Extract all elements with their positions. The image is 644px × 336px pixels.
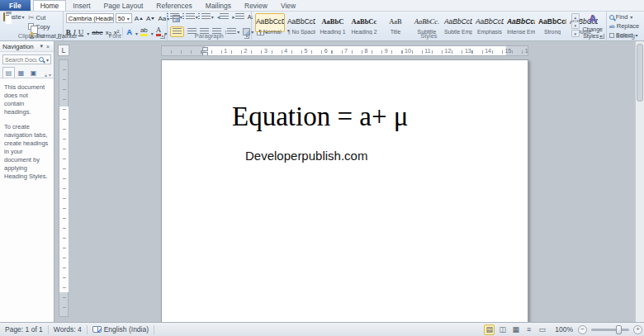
- styles-dialog-launcher-icon[interactable]: [599, 34, 604, 39]
- ruler-number: 9: [385, 48, 388, 54]
- chevron-down-icon[interactable]: ▾: [46, 57, 49, 63]
- tab-insert[interactable]: Insert: [66, 0, 97, 11]
- paragraph-dialog-launcher-icon[interactable]: [244, 34, 249, 39]
- vertical-ruler[interactable]: [59, 59, 69, 317]
- web-layout-view-button[interactable]: ▦: [510, 324, 521, 335]
- styles-scroll-down-icon[interactable]: ▾: [571, 21, 580, 29]
- style-emphasis[interactable]: AaBbCcDd Emphasis: [475, 13, 504, 32]
- word-count[interactable]: Words: 4: [49, 323, 87, 336]
- close-icon[interactable]: ×: [45, 44, 51, 50]
- spellcheck-icon: [92, 326, 102, 333]
- navigation-message: To create navigation tabs, create headin…: [4, 123, 50, 182]
- numbering-button[interactable]: ▾: [186, 13, 198, 21]
- zoom-slider[interactable]: [591, 329, 629, 331]
- style-strong[interactable]: AaBbCcDc Strong: [537, 13, 567, 32]
- ribbon-tab-bar: File Home Insert Page Layout References …: [0, 0, 644, 12]
- print-layout-view-button[interactable]: ▤: [484, 324, 495, 335]
- navigation-pane: Navigation ▾ × ▾ ▤ ▦ ▣ ▴ ▾ This document…: [0, 41, 54, 322]
- tab-home[interactable]: Home: [33, 0, 67, 11]
- multilevel-list-icon: [201, 13, 211, 21]
- search-input[interactable]: [5, 57, 37, 63]
- previous-heading-icon[interactable]: ▴: [45, 72, 47, 78]
- decrease-indent-button[interactable]: ◂: [217, 13, 230, 21]
- ruler-number: 14: [485, 48, 491, 54]
- style-sample: AaBbCcDd: [476, 15, 504, 29]
- tab-review[interactable]: Review: [238, 0, 274, 11]
- style-title[interactable]: AaB Title: [381, 13, 410, 32]
- full-screen-reading-view-button[interactable]: ◫: [497, 324, 508, 335]
- cut-label: Cut: [36, 14, 46, 21]
- increase-indent-button[interactable]: ▸: [232, 13, 244, 21]
- vertical-scrollbar[interactable]: [635, 41, 644, 322]
- shrink-font-button[interactable]: A: [145, 13, 155, 23]
- tab-stop-selector[interactable]: L: [58, 45, 69, 56]
- style-subtle-emphasis[interactable]: AaBbCcDd Subtle Emp...: [443, 13, 473, 32]
- ruler-number: 6: [324, 48, 328, 54]
- hanging-indent-marker[interactable]: [202, 52, 208, 56]
- zoom-slider-thumb[interactable]: [616, 325, 622, 334]
- replace-icon: ab: [609, 24, 615, 29]
- multilevel-list-button[interactable]: ▾: [201, 13, 214, 21]
- tab-references[interactable]: References: [149, 0, 198, 11]
- group-styles: AaBbCcDd ¶ Normal AaBbCcDd ¶ No Spacing …: [252, 12, 607, 40]
- font-name-value: Cambria (Headin: [69, 15, 114, 22]
- bullets-button[interactable]: ▾: [170, 13, 182, 21]
- divider: [154, 325, 154, 334]
- style-sample: AaBbCcDd: [444, 15, 472, 29]
- group-clipboard: Paste▾ ✂ Cut Copy Format Painter: [0, 12, 64, 40]
- proofing-status[interactable]: English (India): [88, 323, 154, 336]
- ruler-number: 11: [424, 48, 430, 54]
- styles-group-label: Styles: [252, 32, 606, 40]
- tab-page-layout[interactable]: Page Layout: [97, 0, 150, 11]
- navigation-message: This document does not contain headings.: [4, 83, 50, 117]
- bullets-icon: [170, 13, 179, 21]
- nav-tab-pages[interactable]: ▦: [15, 67, 27, 78]
- zoom-in-button[interactable]: +: [633, 325, 642, 334]
- replace-button[interactable]: ab Replace: [609, 22, 640, 30]
- zoom-level[interactable]: 100%: [555, 325, 573, 334]
- horizontal-ruler[interactable]: 123456789101112131415161718: [161, 45, 528, 56]
- grow-font-button[interactable]: A: [134, 13, 144, 23]
- find-button[interactable]: Find ▾: [609, 13, 640, 21]
- style-intense-emphasis[interactable]: AaBbCcDs Intense Em...: [506, 13, 536, 32]
- document-page[interactable]: Equation = a+ μ Developerpublish.com: [161, 59, 528, 322]
- style-subtitle[interactable]: AaBbCc. Subtitle: [412, 13, 442, 32]
- style-normal[interactable]: AaBbCcDd ¶ Normal: [255, 13, 285, 32]
- tab-view[interactable]: View: [274, 0, 302, 11]
- ruler-number: 5: [305, 48, 308, 54]
- chevron-down-icon: ▾: [22, 15, 25, 20]
- tab-mailings[interactable]: Mailings: [199, 0, 238, 11]
- styles-scroll-up-icon[interactable]: ▴: [571, 13, 580, 21]
- nav-tab-headings[interactable]: ▤: [2, 67, 15, 78]
- first-line-indent-marker[interactable]: [202, 47, 208, 51]
- search-icon: [609, 15, 614, 20]
- document-heading-text[interactable]: Equation = a+ μ: [232, 102, 408, 132]
- next-heading-icon[interactable]: ▾: [49, 72, 51, 78]
- zoom-out-button[interactable]: −: [578, 325, 587, 334]
- document-body-text[interactable]: Developerpublish.com: [245, 149, 367, 163]
- style-heading-2[interactable]: AaBbCc Heading 2: [349, 13, 379, 32]
- style-sample: AaBbCcDs: [507, 15, 535, 29]
- font-name-combobox[interactable]: Cambria (Headin ▾: [66, 13, 114, 23]
- style-sample: AaB: [381, 15, 410, 29]
- search-box[interactable]: ▾: [2, 54, 51, 64]
- ruler-number: 3: [264, 48, 268, 54]
- document-canvas: L 123456789101112131415161718 Equation =…: [55, 41, 644, 322]
- tab-file[interactable]: File: [0, 0, 31, 11]
- language-label: English (India): [104, 325, 149, 334]
- style-no-spacing[interactable]: AaBbCcDd ¶ No Spacing: [286, 13, 316, 32]
- nav-tab-results[interactable]: ▣: [27, 67, 40, 78]
- scrollbar-thumb[interactable]: [637, 44, 643, 102]
- font-size-combobox[interactable]: 50 ▾: [116, 13, 132, 23]
- font-dialog-launcher-icon[interactable]: [160, 34, 165, 39]
- style-sample: AaBbCcDd: [287, 15, 315, 29]
- page-count[interactable]: Page: 1 of 1: [0, 323, 48, 336]
- style-sample: AaBbCc.: [413, 15, 441, 29]
- ruler-number: 7: [344, 48, 348, 54]
- group-editing: Find ▾ ab Replace Select ▾ Editing: [607, 12, 644, 40]
- outline-view-button[interactable]: ≡: [523, 324, 534, 335]
- draft-view-button[interactable]: ▭: [537, 324, 547, 335]
- style-heading-1[interactable]: AaBbC Heading 1: [318, 13, 348, 32]
- clipboard-dialog-launcher-icon[interactable]: [56, 34, 61, 39]
- navigation-options-icon[interactable]: ▾: [38, 43, 45, 50]
